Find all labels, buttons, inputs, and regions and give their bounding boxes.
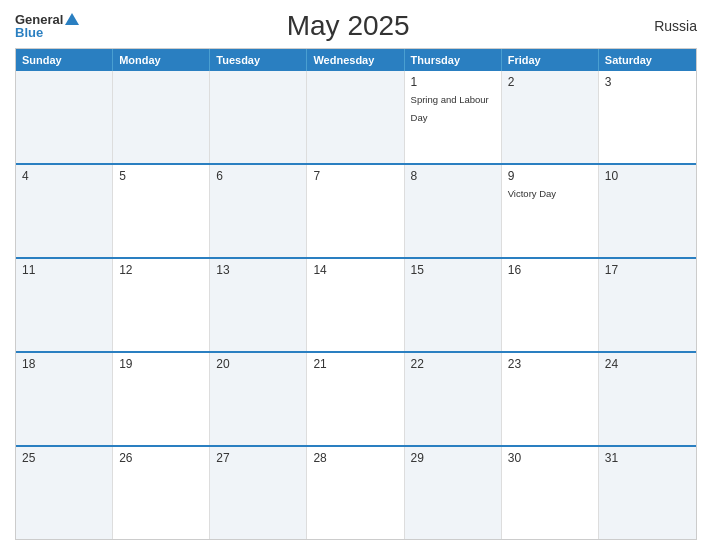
calendar-cell: 29 xyxy=(405,447,502,539)
calendar-week-4: 18192021222324 xyxy=(16,351,696,445)
calendar-cell: 19 xyxy=(113,353,210,445)
calendar-cell: 7 xyxy=(307,165,404,257)
day-of-week-tuesday: Tuesday xyxy=(210,49,307,71)
day-number: 15 xyxy=(411,263,495,277)
calendar-week-1: 1Spring and Labour Day23 xyxy=(16,71,696,163)
calendar-cell: 17 xyxy=(599,259,696,351)
calendar-header: SundayMondayTuesdayWednesdayThursdayFrid… xyxy=(16,49,696,71)
calendar-cell xyxy=(307,71,404,163)
day-number: 11 xyxy=(22,263,106,277)
day-number: 29 xyxy=(411,451,495,465)
calendar-cell: 11 xyxy=(16,259,113,351)
calendar-week-2: 456789Victory Day10 xyxy=(16,163,696,257)
day-of-week-saturday: Saturday xyxy=(599,49,696,71)
calendar-cell xyxy=(16,71,113,163)
calendar-cell: 1Spring and Labour Day xyxy=(405,71,502,163)
day-number: 30 xyxy=(508,451,592,465)
calendar-cell: 13 xyxy=(210,259,307,351)
calendar-cell: 24 xyxy=(599,353,696,445)
day-number: 5 xyxy=(119,169,203,183)
day-number: 10 xyxy=(605,169,690,183)
day-number: 3 xyxy=(605,75,690,89)
calendar-cell: 25 xyxy=(16,447,113,539)
day-number: 18 xyxy=(22,357,106,371)
calendar-cell: 5 xyxy=(113,165,210,257)
calendar-cell: 30 xyxy=(502,447,599,539)
day-number: 13 xyxy=(216,263,300,277)
day-number: 7 xyxy=(313,169,397,183)
day-number: 4 xyxy=(22,169,106,183)
logo: General Blue xyxy=(15,13,79,39)
calendar-cell: 9Victory Day xyxy=(502,165,599,257)
calendar-cell: 3 xyxy=(599,71,696,163)
day-of-week-wednesday: Wednesday xyxy=(307,49,404,71)
day-number: 31 xyxy=(605,451,690,465)
calendar-cell: 12 xyxy=(113,259,210,351)
day-number: 16 xyxy=(508,263,592,277)
calendar-cell: 15 xyxy=(405,259,502,351)
calendar-cell: 31 xyxy=(599,447,696,539)
day-number: 19 xyxy=(119,357,203,371)
day-number: 9 xyxy=(508,169,592,183)
calendar-body: 1Spring and Labour Day23456789Victory Da… xyxy=(16,71,696,539)
logo-triangle-icon xyxy=(65,13,79,25)
calendar-title: May 2025 xyxy=(79,10,617,42)
day-number: 28 xyxy=(313,451,397,465)
day-number: 1 xyxy=(411,75,495,89)
calendar-cell: 14 xyxy=(307,259,404,351)
calendar-cell xyxy=(113,71,210,163)
day-of-week-sunday: Sunday xyxy=(16,49,113,71)
day-number: 27 xyxy=(216,451,300,465)
calendar-cell: 2 xyxy=(502,71,599,163)
calendar-cell: 18 xyxy=(16,353,113,445)
calendar-cell: 10 xyxy=(599,165,696,257)
day-number: 24 xyxy=(605,357,690,371)
day-number: 8 xyxy=(411,169,495,183)
calendar-cell: 22 xyxy=(405,353,502,445)
holiday-label: Spring and Labour Day xyxy=(411,94,489,123)
calendar-cell: 8 xyxy=(405,165,502,257)
day-number: 12 xyxy=(119,263,203,277)
calendar-week-5: 25262728293031 xyxy=(16,445,696,539)
calendar-week-3: 11121314151617 xyxy=(16,257,696,351)
day-of-week-monday: Monday xyxy=(113,49,210,71)
day-number: 21 xyxy=(313,357,397,371)
calendar-cell: 16 xyxy=(502,259,599,351)
calendar: SundayMondayTuesdayWednesdayThursdayFrid… xyxy=(15,48,697,540)
day-number: 20 xyxy=(216,357,300,371)
day-number: 2 xyxy=(508,75,592,89)
day-number: 22 xyxy=(411,357,495,371)
calendar-cell: 4 xyxy=(16,165,113,257)
page: General Blue May 2025 Russia SundayMonda… xyxy=(0,0,712,550)
holiday-label: Victory Day xyxy=(508,188,556,199)
country-label: Russia xyxy=(617,18,697,34)
header: General Blue May 2025 Russia xyxy=(15,10,697,42)
day-number: 14 xyxy=(313,263,397,277)
calendar-cell xyxy=(210,71,307,163)
day-of-week-friday: Friday xyxy=(502,49,599,71)
calendar-cell: 23 xyxy=(502,353,599,445)
day-of-week-thursday: Thursday xyxy=(405,49,502,71)
calendar-cell: 27 xyxy=(210,447,307,539)
day-number: 17 xyxy=(605,263,690,277)
calendar-cell: 28 xyxy=(307,447,404,539)
logo-blue-text: Blue xyxy=(15,26,43,39)
calendar-cell: 6 xyxy=(210,165,307,257)
calendar-cell: 26 xyxy=(113,447,210,539)
calendar-cell: 20 xyxy=(210,353,307,445)
calendar-cell: 21 xyxy=(307,353,404,445)
day-number: 6 xyxy=(216,169,300,183)
day-number: 23 xyxy=(508,357,592,371)
day-number: 25 xyxy=(22,451,106,465)
day-number: 26 xyxy=(119,451,203,465)
